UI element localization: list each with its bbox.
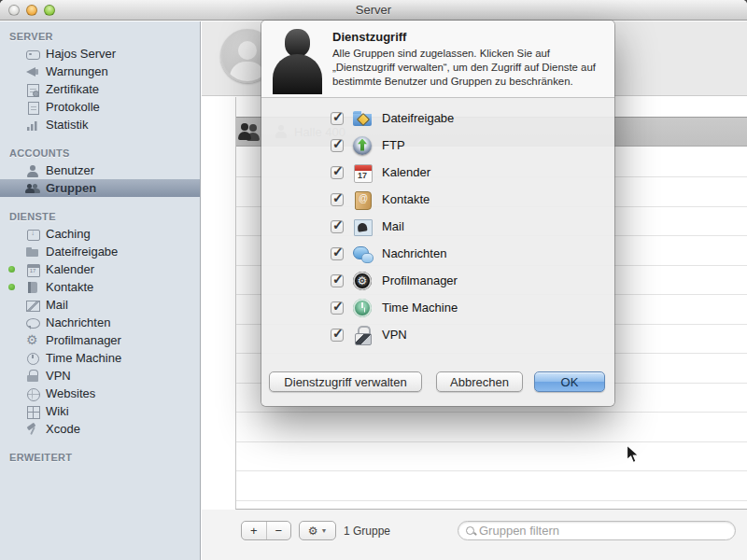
window-title: Server	[356, 3, 391, 17]
gear-icon: ⚙	[308, 525, 318, 537]
action-gear-button[interactable]: ⚙ ▼	[299, 521, 336, 540]
sidebar-item-zertifikate[interactable]: Zertifikate	[0, 80, 200, 98]
sidebar-item-xcode[interactable]: Xcode	[0, 420, 200, 438]
sidebar-item-protokolle[interactable]: Protokolle	[0, 98, 200, 116]
bar-chart-icon	[25, 118, 40, 133]
service-label: Kalender	[382, 165, 430, 179]
chat-bubbles-icon	[352, 244, 373, 264]
sidebar-item-label: Kalender	[46, 262, 94, 276]
service-list: Dateifreigabe FTP Kalender Kontakte Mail	[261, 105, 614, 348]
popover-title: Dienstzugriff	[332, 30, 406, 44]
sidebar-item-websites[interactable]: Websites	[0, 385, 200, 402]
megaphone-icon	[25, 64, 40, 79]
mail-icon	[25, 298, 40, 313]
popover-description: Alle Gruppen sind zugelassen. Klicken Si…	[332, 47, 609, 89]
sidebar-section-server: SERVER	[0, 25, 200, 45]
sidebar-item-gruppen[interactable]: Gruppen	[0, 179, 200, 197]
remove-group-button[interactable]: −	[267, 522, 291, 539]
sidebar-item-label: Dateifreigabe	[46, 245, 118, 259]
service-checkbox[interactable]	[331, 329, 344, 342]
users-icon	[25, 181, 40, 196]
sidebar-item-label: Zertifikate	[46, 82, 99, 96]
service-checkbox[interactable]	[331, 301, 344, 315]
manage-service-access-button[interactable]: Dienstzugriff verwalten	[269, 371, 422, 392]
group-icon	[238, 122, 259, 141]
popover-header: Dienstzugriff Alle Gruppen sind zugelass…	[261, 21, 614, 98]
sidebar-item-label: VPN	[46, 369, 71, 383]
sidebar-item-time-machine[interactable]: Time Machine	[0, 349, 200, 367]
service-row-ftp: FTP	[261, 132, 614, 159]
sidebar-item-label: Hajos Server	[46, 47, 116, 61]
wiki-grid-icon	[25, 404, 40, 419]
sidebar-item-dateifreigabe[interactable]: Dateifreigabe	[0, 243, 200, 260]
sidebar-item-vpn[interactable]: VPN	[0, 367, 200, 385]
zoom-button[interactable]	[44, 5, 55, 16]
service-label: FTP	[382, 138, 405, 152]
caching-icon	[25, 227, 40, 242]
service-row-profilmanager: Profilmanager	[261, 267, 614, 294]
add-group-button[interactable]: +	[242, 522, 267, 539]
mail-stamp-icon	[352, 217, 373, 237]
sidebar-item-hajos-server[interactable]: Hajos Server	[0, 45, 200, 63]
service-label: VPN	[382, 328, 407, 342]
minimize-button[interactable]	[26, 5, 37, 16]
service-row-time-machine: Time Machine	[261, 294, 614, 321]
service-checkbox[interactable]	[331, 274, 344, 287]
sidebar-item-label: Statistik	[46, 118, 89, 132]
service-checkbox[interactable]	[331, 112, 344, 125]
sidebar-item-profilmanager[interactable]: Profilmanager	[0, 331, 200, 349]
contacts-book-icon	[352, 189, 373, 210]
service-checkbox[interactable]	[331, 193, 344, 206]
sidebar-section-accounts: ACCOUNTS	[0, 142, 200, 161]
file-sharing-icon	[352, 108, 373, 129]
ok-button[interactable]: OK	[534, 371, 605, 392]
add-remove-segmented-control: + −	[241, 521, 291, 540]
sidebar-item-label: Benutzer	[46, 163, 94, 177]
titlebar: Server	[0, 0, 747, 21]
sidebar-item-kalender[interactable]: Kalender	[0, 260, 200, 278]
service-checkbox[interactable]	[331, 220, 344, 233]
close-button[interactable]	[8, 5, 20, 16]
service-label: Mail	[382, 219, 404, 233]
service-checkbox[interactable]	[331, 139, 344, 152]
clock-icon	[25, 351, 40, 366]
search-icon	[465, 525, 476, 537]
sidebar-item-warnungen[interactable]: Warnungen	[0, 63, 200, 80]
service-checkbox[interactable]	[331, 247, 344, 260]
dienstzugriff-popover: Dienstzugriff Alle Gruppen sind zugelass…	[261, 21, 614, 406]
sidebar-item-statistik[interactable]: Statistik	[0, 116, 200, 133]
service-row-mail: Mail	[261, 213, 614, 240]
globe-icon	[25, 386, 40, 401]
document-icon	[25, 100, 40, 115]
sidebar-item-label: Nachrichten	[46, 315, 110, 329]
filter-input[interactable]	[479, 524, 703, 538]
cancel-button[interactable]: Abbrechen	[436, 371, 523, 392]
chevron-down-icon: ▼	[320, 527, 327, 534]
service-row-dateifreigabe: Dateifreigabe	[261, 105, 614, 132]
sidebar-item-mail[interactable]: Mail	[0, 296, 200, 314]
service-label: Time Machine	[382, 301, 458, 315]
contacts-icon	[25, 280, 40, 295]
service-row-kalender: Kalender	[261, 159, 614, 186]
sidebar-item-kontakte[interactable]: Kontakte	[0, 278, 200, 296]
sidebar-section-erweitert: ERWEITERT	[0, 446, 200, 466]
sidebar-item-label: Wiki	[46, 404, 69, 418]
sidebar-item-label: Time Machine	[46, 351, 121, 365]
gear-icon	[25, 333, 40, 348]
service-checkbox[interactable]	[331, 166, 344, 179]
sidebar-item-label: Websites	[46, 386, 95, 400]
service-row-nachrichten: Nachrichten	[261, 240, 614, 267]
sidebar-item-label: Mail	[46, 298, 68, 312]
filter-field[interactable]	[458, 521, 736, 540]
sidebar-item-label: Xcode	[46, 422, 80, 436]
sidebar-item-label: Protokolle	[46, 100, 100, 114]
sidebar-item-wiki[interactable]: Wiki	[0, 402, 200, 420]
folder-icon	[25, 245, 40, 259]
sidebar-item-caching[interactable]: Caching	[0, 225, 200, 243]
status-dot-green	[8, 284, 15, 290]
sidebar-item-nachrichten[interactable]: Nachrichten	[0, 314, 200, 331]
traffic-lights	[8, 5, 55, 16]
ftp-globe-icon	[352, 135, 373, 156]
sidebar: SERVER Hajos Server Warnungen Zertifikat…	[0, 21, 201, 560]
sidebar-item-benutzer[interactable]: Benutzer	[0, 161, 200, 179]
